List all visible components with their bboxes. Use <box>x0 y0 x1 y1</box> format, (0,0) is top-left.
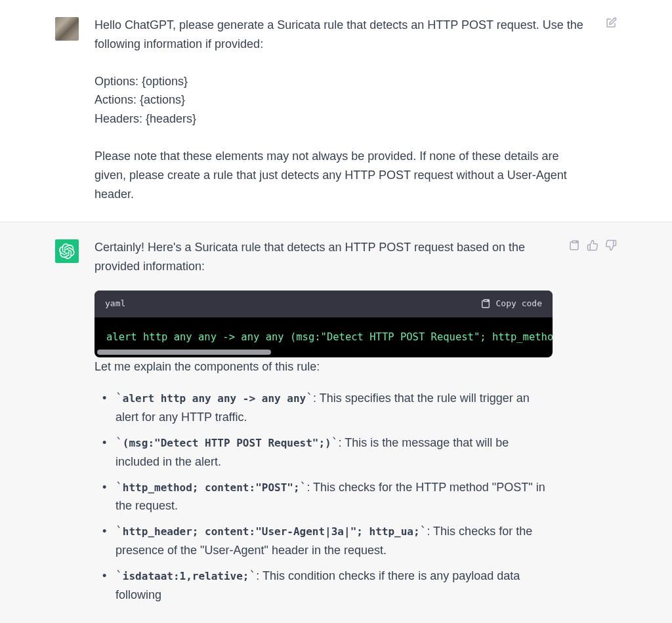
inline-code: alert http any any -> any any <box>123 392 306 405</box>
list-item: `(msg:"Detect HTTP POST Request";)`: Thi… <box>106 433 553 472</box>
code-block: yaml Copy code alert http any any -> any… <box>94 291 553 357</box>
clipboard-icon <box>568 239 580 251</box>
user-text-p1: Hello ChatGPT, please generate a Suricat… <box>94 16 589 54</box>
openai-logo-icon <box>59 243 75 259</box>
list-item: `http_header; content:"User-Agent|3a|"; … <box>106 522 553 560</box>
thumbs-up-button[interactable] <box>587 239 598 611</box>
user-text-p2: Please note that these elements may not … <box>94 147 589 203</box>
thumbs-up-icon <box>587 239 598 251</box>
thumbs-down-button[interactable] <box>605 239 617 611</box>
thumbs-down-icon <box>605 239 617 251</box>
inline-code: (msg:"Detect HTTP POST Request";) <box>123 437 331 449</box>
explain-lead: Let me explain the components of this ru… <box>94 357 553 376</box>
assistant-avatar <box>55 239 79 263</box>
user-text-options: Options: {options} <box>94 72 589 91</box>
code-scroll-area[interactable]: alert http any any -> any any (msg:"Dete… <box>94 317 553 357</box>
user-text-headers: Headers: {headers} <box>94 110 589 129</box>
user-message-actions <box>605 16 617 203</box>
assistant-message-actions <box>568 238 617 611</box>
assistant-message-content: Certainly! Here's a Suricata rule that d… <box>94 238 553 611</box>
code-block-header: yaml Copy code <box>94 291 553 317</box>
copy-message-button[interactable] <box>568 239 580 611</box>
list-item: `http_method; content:"POST";`: This che… <box>106 478 553 516</box>
user-message: Hello ChatGPT, please generate a Suricat… <box>0 0 672 222</box>
code-content: alert http any any -> any any (msg:"Dete… <box>94 317 553 357</box>
list-item: `isdataat:1,relative;`: This condition c… <box>106 567 553 605</box>
list-item: `alert http any any -> any any`: This sp… <box>106 389 553 427</box>
copy-code-button[interactable]: Copy code <box>480 297 542 311</box>
user-text-actions: Actions: {actions} <box>94 90 589 110</box>
user-avatar <box>55 17 79 41</box>
copy-code-label: Copy code <box>496 297 542 311</box>
assistant-message: Certainly! Here's a Suricata rule that d… <box>0 222 672 623</box>
user-message-content: Hello ChatGPT, please generate a Suricat… <box>94 16 589 203</box>
edit-icon <box>605 17 617 29</box>
inline-code: http_header; content:"User-Agent|3a|"; h… <box>123 525 420 538</box>
explain-list: `alert http any any -> any any`: This sp… <box>94 389 553 604</box>
assistant-intro: Certainly! Here's a Suricata rule that d… <box>94 238 553 276</box>
code-language-label: yaml <box>105 297 125 311</box>
inline-code: isdataat:1,relative; <box>123 570 249 582</box>
clipboard-icon <box>480 298 491 309</box>
edit-button[interactable] <box>605 17 617 203</box>
inline-code: http_method; content:"POST"; <box>123 481 300 494</box>
